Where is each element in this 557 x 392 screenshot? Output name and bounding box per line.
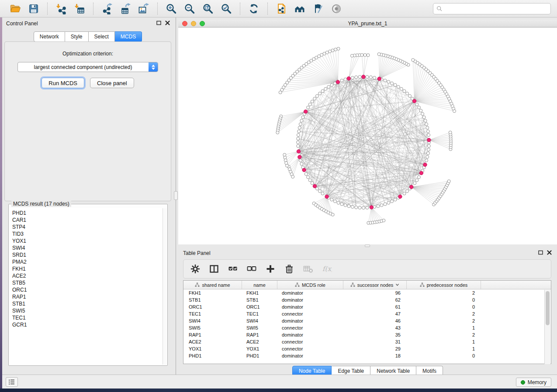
cell-MCDS-role: dominator — [277, 317, 343, 324]
cell-MCDS-role: connector — [277, 338, 343, 345]
destroy-table-icon — [303, 264, 313, 274]
mcds-result-item: PMA2 — [12, 258, 162, 265]
select-all-rows-icon — [228, 264, 238, 274]
column-header-successor-nodes[interactable]: successor nodes — [343, 281, 407, 289]
export-table-button[interactable] — [118, 2, 133, 16]
mcds-result-item: RAP1 — [12, 293, 162, 300]
delete-columns-icon — [284, 264, 294, 274]
mcds-result-item: STB1 — [12, 300, 162, 307]
cell-name: TEC1 — [242, 310, 277, 317]
select-all-rows-button[interactable] — [227, 263, 239, 275]
level-of-detail-eye-button[interactable] — [329, 2, 344, 16]
tab-style[interactable]: Style — [65, 31, 89, 42]
mcds-tab-content: Optimization criterion: largest connecte… — [4, 41, 171, 201]
delete-columns-button[interactable] — [284, 263, 295, 275]
task-history-button[interactable] — [6, 377, 18, 387]
vertical-splitter-handle[interactable] — [174, 191, 178, 200]
close-panel-button-mcds[interactable]: Close panel — [90, 78, 134, 88]
main-content: Control Panel NetworkStyleSelectMCDS Opt… — [2, 17, 557, 375]
refresh-network-button[interactable] — [246, 2, 261, 16]
import-table-button[interactable] — [72, 2, 87, 16]
table-row[interactable]: FKH1FKH1dominator962 — [183, 289, 551, 296]
zoom-fit-icon — [202, 3, 214, 14]
search-input[interactable] — [433, 3, 551, 14]
table-mode-gear-button[interactable] — [190, 263, 201, 275]
create-column-button[interactable] — [265, 263, 276, 275]
mcds-result-title: MCDS result (17 nodes) — [11, 201, 71, 207]
table-scrollbar-thumb[interactable] — [546, 291, 550, 325]
zoom-fit-button[interactable] — [201, 2, 215, 16]
optimization-criterion-select[interactable]: largest connected component (undirected) — [17, 62, 158, 72]
memory-button[interactable]: Memory — [516, 378, 551, 387]
zoom-selected-button[interactable] — [219, 2, 234, 16]
zoom-out-button[interactable] — [182, 2, 197, 16]
table-row[interactable]: TEC1TEC1connector472 — [183, 310, 551, 317]
column-header-MCDS-role[interactable]: MCDS role — [277, 281, 343, 289]
control-panel: Control Panel NetworkStyleSelectMCDS Opt… — [2, 17, 173, 375]
network-graph[interactable] — [178, 28, 557, 244]
vertical-splitter — [173, 17, 178, 375]
new-network-from-selection-button[interactable] — [274, 2, 289, 16]
show-columns-icon — [209, 264, 219, 274]
float-panel-button[interactable] — [156, 21, 161, 25]
cell-predecessor-nodes: 1 — [407, 324, 481, 331]
new-network-from-selection-icon — [276, 3, 287, 14]
cell-successor-nodes: 29 — [343, 345, 407, 352]
show-columns-button[interactable] — [208, 263, 220, 275]
cell-successor-nodes: 62 — [343, 296, 407, 303]
export-network-button[interactable] — [100, 2, 114, 16]
zoom-in-button[interactable] — [164, 2, 179, 16]
control-panel-header: Control Panel — [2, 17, 173, 29]
tab-mcds[interactable]: MCDS — [115, 31, 142, 42]
table-row[interactable]: RAP1RAP1dominator352 — [183, 331, 551, 338]
table-row[interactable]: ORC1ORC1dominator610 — [183, 303, 551, 310]
table-row[interactable]: ACE2ACE2connector311 — [183, 338, 551, 345]
column-header-shared-name[interactable]: shared name — [183, 281, 242, 289]
table-scrollbar[interactable] — [544, 290, 550, 364]
toolbar-separator — [157, 3, 158, 15]
column-header-name[interactable]: name — [242, 281, 277, 289]
mcds-list-scrollbar[interactable] — [163, 208, 167, 364]
table-panel-title: Table Panel — [183, 250, 211, 256]
cell-name: YOX1 — [242, 345, 277, 352]
table-row[interactable]: PHD1PHD1dominator180 — [183, 352, 551, 359]
cell-predecessor-nodes: 2 — [407, 317, 481, 324]
svg-text:f(x): f(x) — [322, 265, 332, 273]
window-minimize-icon[interactable] — [191, 21, 196, 26]
table-row[interactable]: SWI5SWI5connector431 — [183, 324, 551, 331]
close-table-panel-button[interactable] — [547, 250, 552, 255]
cell-shared-name: YOX1 — [183, 345, 242, 352]
zoom-in-icon — [166, 3, 177, 14]
zoom-out-icon — [184, 3, 195, 14]
mcds-result-item: GCR1 — [12, 321, 162, 328]
mcds-result-list[interactable]: PHD1CAR1STP4TID3YOX1SWI4SRD1PMA2FKH1ACE2… — [10, 208, 162, 364]
cell-MCDS-role: dominator — [277, 303, 343, 310]
mcds-result-item: YOX1 — [12, 237, 162, 244]
network-overview-button[interactable] — [292, 2, 307, 16]
open-file-button[interactable] — [8, 2, 23, 16]
window-maximize-icon[interactable] — [200, 21, 205, 26]
import-network-button[interactable] — [54, 2, 69, 16]
network-window-title: YPA_prune.txt_1 — [178, 20, 557, 28]
deselect-all-rows-button[interactable] — [246, 263, 257, 275]
show-hide-style-button[interactable] — [311, 2, 325, 16]
table-row[interactable]: SWI4SWI4dominator462 — [183, 317, 551, 324]
window-close-icon[interactable] — [182, 21, 187, 26]
network-view-canvas[interactable] — [178, 28, 557, 244]
tab-select[interactable]: Select — [89, 31, 115, 42]
table-row[interactable]: YOX1YOX1connector291 — [183, 345, 551, 352]
close-panel-button[interactable] — [165, 21, 170, 25]
table-row[interactable]: STB1STB1dominator620 — [183, 296, 551, 303]
toolbar-separator — [267, 3, 268, 15]
tab-network[interactable]: Network — [34, 31, 65, 42]
main-toolbar — [0, 0, 557, 17]
export-image-button[interactable] — [136, 2, 151, 16]
run-mcds-button[interactable]: Run MCDS — [42, 78, 84, 88]
float-table-panel-button[interactable] — [538, 250, 543, 255]
cell-successor-nodes: 35 — [343, 331, 407, 338]
cell-MCDS-role: dominator — [277, 331, 343, 338]
cell-MCDS-role: connector — [277, 345, 343, 352]
mcds-result-item: ACE2 — [12, 272, 162, 279]
save-session-button[interactable] — [26, 2, 41, 16]
column-header-predecessor-nodes[interactable]: predecessor nodes — [407, 281, 481, 289]
